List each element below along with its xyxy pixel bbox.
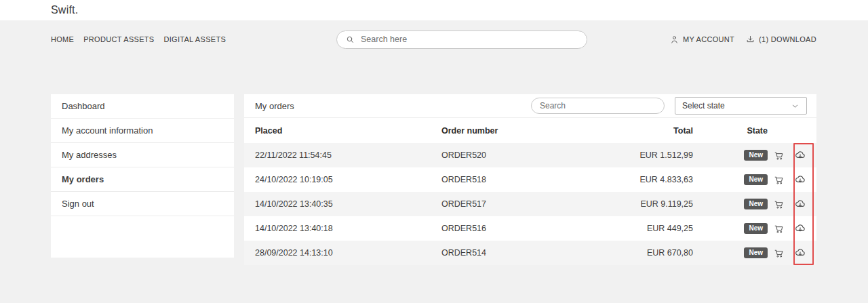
order-placed-cell: 28/09/2022 14:13:10 (255, 248, 441, 258)
column-header-state: State (693, 126, 768, 136)
content-area: Dashboard My account information My addr… (51, 94, 868, 265)
nav-actions: MY ACCOUNT (1) DOWNLOAD (669, 35, 816, 45)
nav-item-digital-assets[interactable]: DIGITAL ASSETS (163, 35, 226, 43)
cloud-download-button[interactable] (789, 247, 811, 259)
order-number-cell: ORDER514 (441, 248, 617, 258)
order-table-row: 14/10/2022 13:40:18 ORDER516 EUR 449,25 … (244, 216, 816, 241)
order-state-cell: New (693, 223, 768, 234)
brand-logo[interactable]: Swift. (51, 4, 78, 16)
chevron-down-icon (791, 102, 800, 110)
order-state-cell: New (693, 247, 768, 258)
order-placed-cell: 22/11/2022 11:54:45 (255, 150, 441, 160)
reorder-cart-button[interactable] (768, 199, 789, 210)
my-account-button[interactable]: MY ACCOUNT (669, 35, 734, 45)
orders-table-body: 22/11/2022 11:54:45 ORDER520 EUR 1.512,9… (244, 143, 816, 265)
account-sidebar: Dashboard My account information My addr… (51, 94, 234, 258)
column-header-placed: Placed (255, 126, 441, 136)
cloud-download-button[interactable] (789, 149, 811, 161)
reorder-cart-button[interactable] (768, 174, 789, 186)
orders-table-header: Placed Order number Total State (244, 118, 816, 143)
sidebar-item-sign-out[interactable]: Sign out (51, 192, 234, 216)
sidebar-item-my-orders[interactable]: My orders (51, 167, 234, 192)
order-total-cell: EUR 670,80 (617, 248, 693, 258)
download-count-label: (1) DOWNLOAD (759, 35, 816, 43)
status-badge: New (744, 247, 768, 258)
order-number-cell: ORDER516 (441, 224, 617, 233)
column-header-total: Total (617, 126, 693, 136)
orders-search-input[interactable] (540, 101, 656, 110)
sidebar-item-my-addresses[interactable]: My addresses (51, 143, 234, 167)
order-state-cell: New (693, 150, 768, 161)
status-badge: New (744, 174, 768, 185)
order-number-cell: ORDER517 (441, 199, 617, 209)
nav-item-home[interactable]: HOME (51, 35, 74, 43)
order-state-cell: New (693, 199, 768, 209)
sidebar-item-label: My orders (62, 174, 104, 184)
status-badge: New (744, 223, 768, 234)
state-filter-select[interactable]: Select state (675, 97, 807, 115)
column-header-order-number: Order number (441, 126, 617, 136)
top-strip: Swift. (0, 0, 868, 20)
cloud-download-button[interactable] (789, 198, 811, 210)
sidebar-item-dashboard[interactable]: Dashboard (51, 94, 234, 119)
reorder-cart-button[interactable] (768, 223, 789, 235)
order-table-row: 24/10/2022 10:19:05 ORDER518 EUR 4.833,6… (244, 167, 816, 192)
status-badge: New (744, 199, 768, 209)
reorder-cart-button[interactable] (768, 150, 789, 161)
order-table-row: 14/10/2022 13:40:35 ORDER517 EUR 9.119,2… (244, 192, 816, 216)
download-icon (745, 35, 755, 45)
order-total-cell: EUR 1.512,99 (617, 150, 693, 160)
sidebar-item-label: My addresses (62, 150, 117, 160)
order-state-cell: New (693, 174, 768, 185)
order-placed-cell: 14/10/2022 13:40:35 (255, 199, 441, 209)
cloud-download-button[interactable] (789, 222, 811, 235)
order-table-row: 22/11/2022 11:54:45 ORDER520 EUR 1.512,9… (244, 143, 816, 167)
download-basket-button[interactable]: (1) DOWNLOAD (745, 35, 816, 45)
search-icon (345, 35, 355, 45)
orders-panel: My orders Select state Placed Order numb… (244, 94, 816, 265)
orders-panel-header: My orders Select state (244, 94, 816, 118)
order-placed-cell: 24/10/2022 10:19:05 (255, 175, 441, 184)
status-badge: New (744, 150, 768, 161)
reorder-cart-button[interactable] (768, 247, 789, 259)
order-number-cell: ORDER518 (441, 175, 617, 184)
order-total-cell: EUR 9.119,25 (617, 199, 693, 209)
sidebar-item-label: My account information (62, 125, 153, 136)
order-total-cell: EUR 4.833,63 (617, 175, 693, 184)
orders-title: My orders (255, 101, 294, 111)
nav-search-area (254, 31, 669, 49)
navbar: HOME PRODUCT ASSETS DIGITAL ASSETS MY AC… (0, 20, 868, 58)
order-placed-cell: 14/10/2022 13:40:18 (255, 224, 441, 233)
my-account-label: MY ACCOUNT (683, 35, 734, 43)
nav-item-product-assets[interactable]: PRODUCT ASSETS (83, 35, 154, 43)
sidebar-item-label: Dashboard (62, 101, 105, 111)
global-search[interactable] (336, 31, 587, 49)
order-total-cell: EUR 449,25 (617, 224, 693, 233)
state-filter-value: Select state (682, 101, 725, 110)
orders-search[interactable] (531, 98, 665, 114)
order-table-row: 28/09/2022 14:13:10 ORDER514 EUR 670,80 … (244, 241, 816, 265)
order-number-cell: ORDER520 (441, 150, 617, 160)
user-icon (669, 35, 679, 45)
global-search-input[interactable] (361, 35, 578, 44)
cloud-download-button[interactable] (789, 174, 811, 186)
sidebar-item-my-account-information[interactable]: My account information (51, 119, 234, 143)
main-nav: HOME PRODUCT ASSETS DIGITAL ASSETS (51, 35, 254, 43)
sidebar-item-label: Sign out (62, 199, 94, 209)
